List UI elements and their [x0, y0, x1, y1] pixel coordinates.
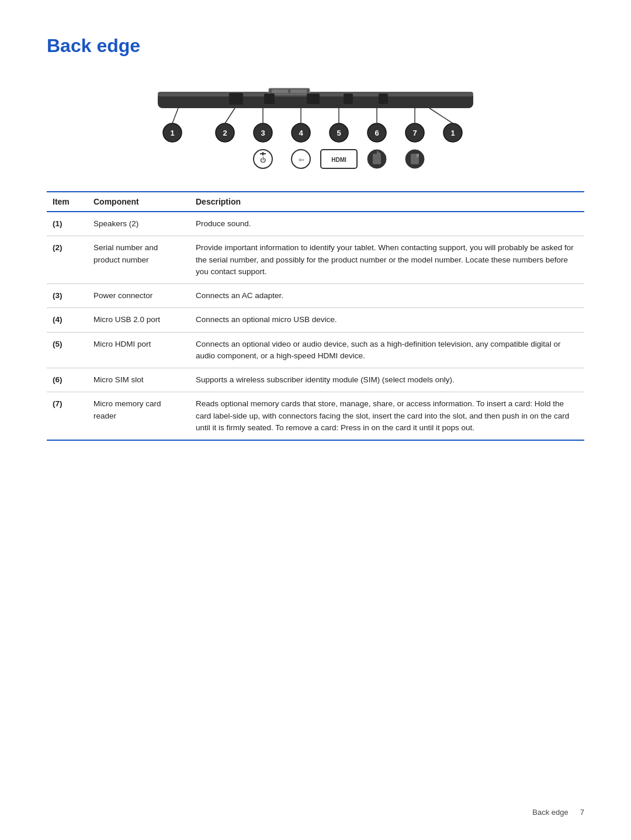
svg-rect-4: [290, 89, 307, 93]
table-row: (7)Micro memory card readerReads optiona…: [47, 392, 584, 440]
table-row: (2)Serial number and product numberProvi…: [47, 236, 584, 284]
header-item: Item: [47, 192, 88, 212]
svg-rect-47: [417, 154, 419, 157]
svg-line-26: [172, 108, 178, 123]
table-row: (4)Micro USB 2.0 portConnects an optiona…: [47, 308, 584, 332]
svg-text:4: 4: [299, 129, 303, 137]
cell-item: (3): [47, 284, 88, 308]
svg-text:1: 1: [170, 129, 174, 137]
cell-description: Provide important information to identif…: [190, 236, 584, 284]
cell-component: Speakers (2): [88, 212, 190, 236]
table-row: (1)Speakers (2)Produce sound.: [47, 212, 584, 236]
cell-component: Micro SIM slot: [88, 368, 190, 392]
cell-component: Micro HDMI port: [88, 332, 190, 368]
cell-item: (2): [47, 236, 88, 284]
table-row: (5)Micro HDMI portConnects an optional v…: [47, 332, 584, 368]
svg-text:5: 5: [337, 129, 341, 137]
page-footer: Back edge 7: [532, 808, 584, 817]
cell-description: Reads optional memory cards that store, …: [190, 392, 584, 440]
component-table: Item Component Description (1)Speakers (…: [47, 191, 584, 441]
svg-rect-6: [264, 94, 275, 104]
cell-component: Micro USB 2.0 port: [88, 308, 190, 332]
cell-description: Supports a wireless subscriber identity …: [190, 368, 584, 392]
header-component: Component: [88, 192, 190, 212]
svg-text:2: 2: [223, 129, 227, 137]
svg-rect-5: [229, 93, 243, 105]
cell-component: Serial number and product number: [88, 236, 190, 284]
header-description: Description: [190, 192, 584, 212]
svg-rect-7: [307, 94, 320, 104]
footer-label: Back edge: [532, 808, 568, 817]
cell-description: Connects an optional micro USB device.: [190, 308, 584, 332]
svg-text:1: 1: [450, 129, 455, 137]
cell-item: (5): [47, 332, 88, 368]
back-edge-diagram: 1 2 3 4 5 6 7 1: [47, 74, 584, 174]
svg-text:⇦: ⇦: [299, 156, 304, 163]
table-row: (3)Power connectorConnects an AC adapter…: [47, 284, 584, 308]
footer-page: 7: [580, 808, 584, 817]
table-row: (6)Micro SIM slotSupports a wireless sub…: [47, 368, 584, 392]
cell-description: Produce sound.: [190, 212, 584, 236]
cell-component: Micro memory card reader: [88, 392, 190, 440]
svg-rect-3: [272, 89, 288, 93]
svg-text:7: 7: [412, 129, 417, 137]
cell-item: (6): [47, 368, 88, 392]
svg-line-33: [429, 108, 453, 123]
cell-description: Connects an optional video or audio devi…: [190, 332, 584, 368]
svg-rect-9: [379, 94, 388, 104]
cell-item: (7): [47, 392, 88, 440]
page-title: Back edge: [47, 35, 584, 57]
cell-component: Power connector: [88, 284, 190, 308]
cell-item: (4): [47, 308, 88, 332]
svg-text:3: 3: [261, 129, 265, 137]
svg-text:6: 6: [375, 129, 379, 137]
svg-rect-8: [344, 94, 353, 104]
svg-line-27: [225, 108, 235, 123]
cell-item: (1): [47, 212, 88, 236]
svg-rect-43: [373, 154, 381, 164]
cell-description: Connects an AC adapter.: [190, 284, 584, 308]
svg-text:HDMI: HDMI: [331, 157, 346, 163]
svg-text:⏻: ⏻: [260, 157, 266, 163]
